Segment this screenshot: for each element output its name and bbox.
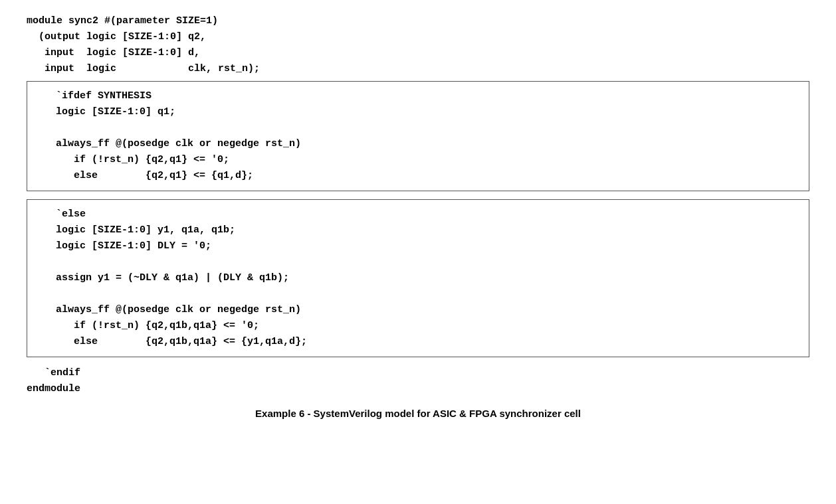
caption: Example 6 - SystemVerilog model for ASIC…	[27, 408, 809, 419]
outer-bottom-code: `endif endmodule	[27, 365, 809, 397]
outer-top-code: module sync2 #(parameter SIZE=1) (output…	[27, 13, 809, 77]
box1-code: `ifdef SYNTHESIS logic [SIZE-1:0] q1; al…	[38, 88, 798, 184]
box1-section: `ifdef SYNTHESIS logic [SIZE-1:0] q1; al…	[27, 81, 809, 191]
box2-section: `else logic [SIZE-1:0] y1, q1a, q1b; log…	[27, 199, 809, 357]
box2-code: `else logic [SIZE-1:0] y1, q1a, q1b; log…	[38, 207, 798, 350]
